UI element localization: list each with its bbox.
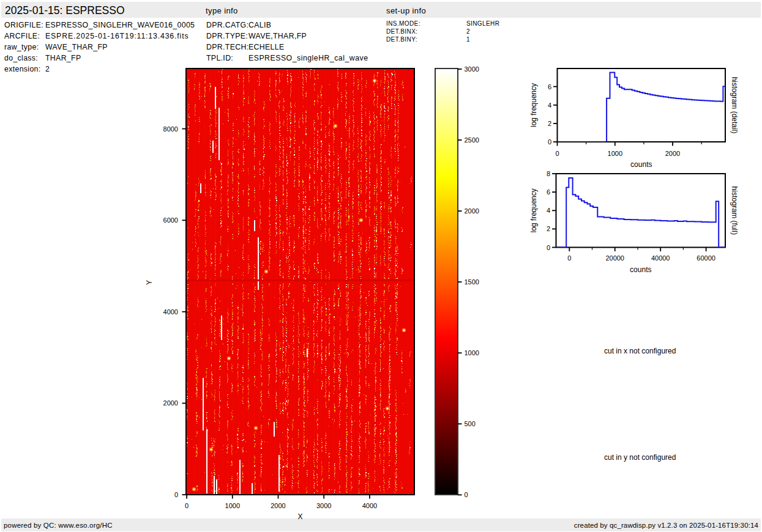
svg-text:2000: 2000 [163, 399, 178, 407]
svg-text:20000: 20000 [605, 254, 624, 262]
svg-text:6: 6 [547, 188, 550, 196]
svg-text:0: 0 [465, 491, 468, 498]
svg-text:60000: 60000 [697, 254, 715, 262]
svg-text:2000: 2000 [465, 207, 479, 215]
svg-text:2000: 2000 [665, 150, 680, 157]
svg-text:8000: 8000 [163, 125, 178, 133]
svg-text:2: 2 [547, 225, 550, 232]
svg-text:counts: counts [630, 265, 651, 274]
svg-text:1000: 1000 [465, 349, 479, 357]
svg-text:6000: 6000 [163, 216, 178, 224]
svg-text:2500: 2500 [465, 136, 479, 144]
svg-text:1000: 1000 [608, 150, 622, 157]
svg-text:4: 4 [548, 102, 551, 109]
svg-text:counts: counts [630, 160, 652, 169]
svg-text:0: 0 [547, 244, 550, 251]
svg-text:8: 8 [547, 170, 550, 177]
svg-text:log frequency: log frequency [529, 83, 538, 127]
svg-text:1500: 1500 [465, 278, 479, 286]
svg-text:2000: 2000 [271, 502, 285, 509]
svg-text:0: 0 [567, 254, 571, 262]
svg-text:3000: 3000 [465, 65, 479, 73]
svg-text:X: X [297, 512, 302, 521]
svg-text:0: 0 [548, 138, 551, 146]
svg-text:500: 500 [465, 420, 476, 427]
svg-text:1000: 1000 [225, 502, 240, 509]
svg-text:2: 2 [548, 120, 551, 127]
svg-text:Y: Y [145, 280, 154, 285]
svg-text:log frequency: log frequency [529, 188, 538, 232]
svg-text:4000: 4000 [362, 502, 377, 509]
svg-text:3000: 3000 [316, 502, 331, 509]
svg-text:0: 0 [185, 502, 189, 509]
svg-text:0: 0 [555, 150, 559, 157]
svg-text:0: 0 [174, 491, 178, 498]
svg-text:histogram (full): histogram (full) [730, 187, 739, 235]
svg-text:6: 6 [548, 83, 551, 91]
svg-text:histogram (detail): histogram (detail) [730, 77, 739, 134]
svg-text:40000: 40000 [651, 254, 670, 262]
svg-text:4000: 4000 [163, 308, 178, 316]
svg-text:4: 4 [547, 207, 550, 214]
